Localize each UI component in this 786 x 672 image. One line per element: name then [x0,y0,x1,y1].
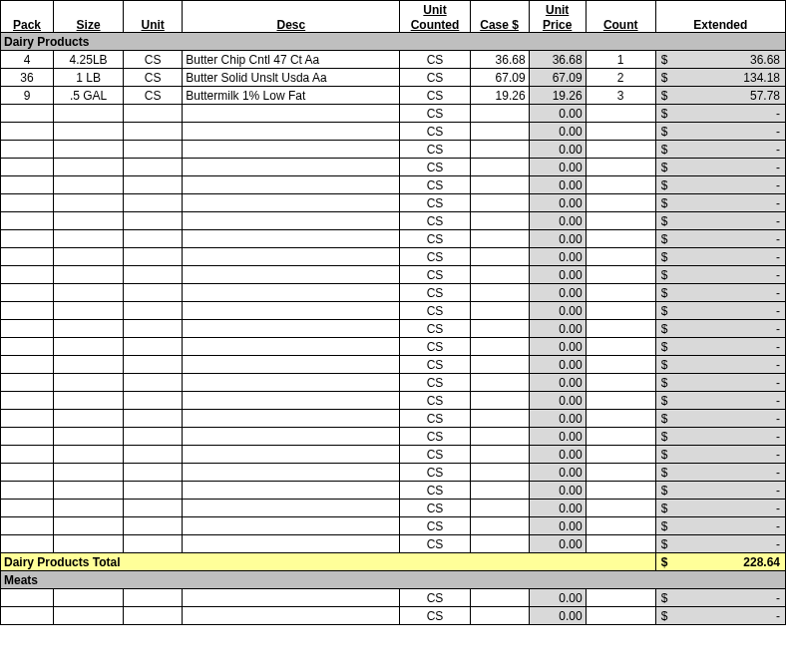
table-row[interactable]: CS0.00$- [1,320,786,338]
cell-unit[interactable] [124,338,183,356]
table-row[interactable]: CS0.00$- [1,589,786,607]
cell-case[interactable] [470,589,529,607]
cell-desc[interactable] [183,284,400,302]
cell-pack[interactable]: 9 [1,87,54,105]
cell-case[interactable] [470,230,529,248]
cell-unit-counted[interactable]: CS [400,410,470,428]
cell-size[interactable] [54,194,124,212]
cell-desc[interactable]: Butter Solid Unslt Usda Aa [183,69,400,87]
cell-pack[interactable] [1,105,54,123]
cell-unit-counted[interactable]: CS [400,392,470,410]
cell-size[interactable] [54,248,124,266]
cell-unit[interactable] [124,410,183,428]
cell-unit[interactable] [124,517,183,535]
table-row[interactable]: CS0.00$- [1,356,786,374]
cell-case[interactable] [470,105,529,123]
cell-size[interactable]: 4.25LB [54,51,124,69]
cell-case[interactable] [470,392,529,410]
cell-desc[interactable] [183,517,400,535]
cell-pack[interactable]: 4 [1,51,54,69]
cell-unit-counted[interactable]: CS [400,356,470,374]
cell-unit-counted[interactable]: CS [400,212,470,230]
cell-desc[interactable] [183,482,400,500]
cell-pack[interactable] [1,212,54,230]
cell-unit[interactable] [124,464,183,482]
cell-size[interactable]: .5 GAL [54,87,124,105]
cell-pack[interactable] [1,194,54,212]
cell-unit-counted[interactable]: CS [400,428,470,446]
cell-pack[interactable] [1,141,54,159]
cell-desc[interactable] [183,123,400,141]
cell-case[interactable]: 36.68 [470,51,529,69]
cell-case[interactable] [470,500,529,517]
cell-pack[interactable] [1,123,54,141]
cell-desc[interactable]: Buttermilk 1% Low Fat [183,87,400,105]
cell-pack[interactable] [1,517,54,535]
cell-desc[interactable] [183,176,400,194]
cell-desc[interactable] [183,194,400,212]
table-row[interactable]: CS0.00$- [1,392,786,410]
table-row[interactable]: CS0.00$- [1,212,786,230]
table-row[interactable]: 361 LBCSButter Solid Unslt Usda AaCS67.0… [1,69,786,87]
cell-pack[interactable] [1,266,54,284]
cell-desc[interactable] [183,105,400,123]
table-row[interactable]: CS0.00$- [1,176,786,194]
cell-count[interactable] [586,356,655,374]
cell-desc[interactable] [183,589,400,607]
cell-unit[interactable] [124,159,183,176]
cell-case[interactable] [470,374,529,392]
cell-count[interactable] [586,123,655,141]
cell-size[interactable] [54,123,124,141]
cell-count[interactable] [586,517,655,535]
table-row[interactable]: CS0.00$- [1,374,786,392]
cell-count[interactable] [586,535,655,553]
cell-case[interactable]: 19.26 [470,87,529,105]
cell-count[interactable] [586,230,655,248]
cell-unit-counted[interactable]: CS [400,500,470,517]
table-row[interactable]: CS0.00$- [1,123,786,141]
table-row[interactable]: CS0.00$- [1,428,786,446]
cell-count[interactable] [586,212,655,230]
cell-unit-counted[interactable]: CS [400,589,470,607]
cell-unit-counted[interactable]: CS [400,374,470,392]
cell-unit-counted[interactable]: CS [400,87,470,105]
cell-desc[interactable] [183,428,400,446]
cell-pack[interactable] [1,589,54,607]
cell-case[interactable] [470,266,529,284]
cell-desc[interactable] [183,320,400,338]
cell-desc[interactable] [183,212,400,230]
table-row[interactable]: CS0.00$- [1,517,786,535]
cell-count[interactable] [586,464,655,482]
cell-unit[interactable] [124,284,183,302]
cell-pack[interactable] [1,446,54,464]
cell-size[interactable] [54,500,124,517]
cell-case[interactable] [470,535,529,553]
cell-case[interactable] [470,320,529,338]
cell-desc[interactable] [183,410,400,428]
cell-case[interactable] [470,141,529,159]
table-row[interactable]: 44.25LBCSButter Chip Cntl 47 Ct AaCS36.6… [1,51,786,69]
cell-unit-counted[interactable]: CS [400,51,470,69]
table-row[interactable]: CS0.00$- [1,105,786,123]
cell-desc[interactable] [183,266,400,284]
cell-size[interactable] [54,446,124,464]
cell-unit-counted[interactable]: CS [400,248,470,266]
cell-size[interactable] [54,464,124,482]
cell-count[interactable] [586,320,655,338]
cell-desc[interactable] [183,159,400,176]
cell-size[interactable] [54,176,124,194]
cell-count[interactable] [586,482,655,500]
cell-size[interactable] [54,482,124,500]
cell-size[interactable] [54,356,124,374]
cell-unit[interactable] [124,176,183,194]
cell-count[interactable] [586,410,655,428]
cell-unit-counted[interactable]: CS [400,69,470,87]
cell-unit[interactable]: CS [124,69,183,87]
cell-unit[interactable] [124,392,183,410]
cell-size[interactable] [54,428,124,446]
cell-pack[interactable] [1,607,54,625]
cell-desc[interactable] [183,500,400,517]
cell-case[interactable] [470,517,529,535]
cell-desc[interactable] [183,302,400,320]
cell-pack[interactable] [1,338,54,356]
